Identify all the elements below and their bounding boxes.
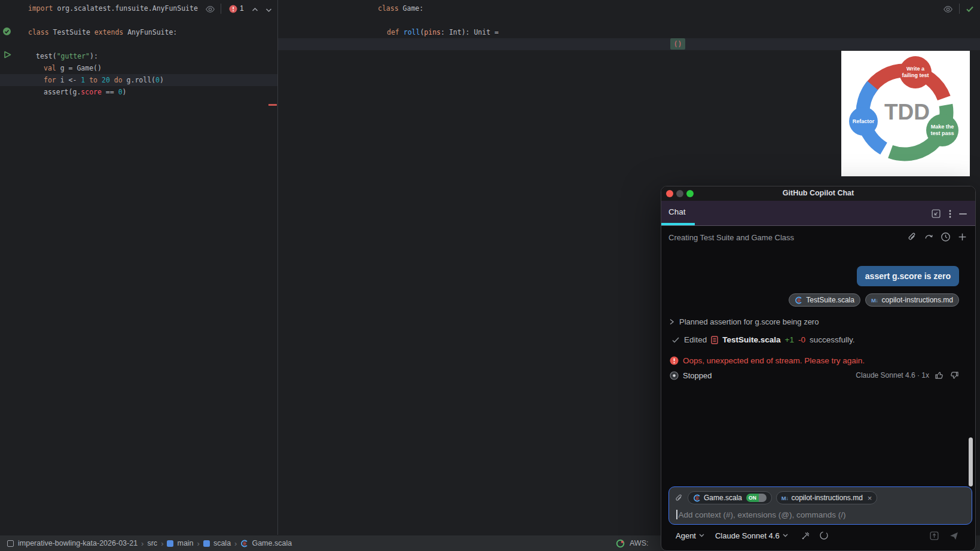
model-dropdown[interactable]: Claude Sonnet 4.6 [715,531,788,540]
active-tab-indicator [661,223,695,225]
history-icon[interactable] [941,232,951,242]
collapsed-plan-row[interactable]: Planned assertion for g.score being zero [669,317,819,326]
chevron-down-icon [699,534,704,537]
lines-removed: -0 [798,335,805,344]
scala-file-icon [795,296,802,304]
insert-icon[interactable] [929,531,939,541]
text-caret [676,510,677,519]
kebab-menu-icon[interactable] [949,209,951,219]
attach-icon[interactable] [907,232,917,242]
breadcrumb-project[interactable]: imperative-bowling-kata-2026-03-21 [18,539,138,547]
breadcrumb-file[interactable]: Game.scala [240,539,292,547]
code-line[interactable]: def roll(pins: Int): Unit = [387,26,499,38]
hide-panel-icon[interactable] [959,209,967,219]
editor-left-pane[interactable]: import org.scalatest.funsuite.AnyFunSuit… [0,0,277,535]
svg-text:Write a: Write a [906,66,925,72]
source-root-icon [167,540,173,547]
conversation-title: Creating Test Suite and Game Class [668,233,794,242]
inspections-ok-icon[interactable] [965,4,975,14]
selected-symbol-highlight[interactable]: () [670,38,685,50]
svg-text:test pass: test pass [930,130,954,136]
run-test-icon[interactable] [4,51,11,59]
chevron-down-icon [783,534,788,537]
response-status-row: Stopped Claude Sonnet 4.6 · 1x [670,371,959,380]
dock-window-icon[interactable] [931,209,941,219]
context-chip-testsuite[interactable]: TestSuite.scala [789,293,860,307]
test-passed-icon[interactable] [2,27,11,36]
context-on-toggle[interactable]: ON [746,494,767,502]
check-icon [671,336,680,344]
aws-status-label[interactable]: AWS: [630,539,648,547]
svg-text:Refactor: Refactor [853,118,875,124]
user-message-bubble: assert g.score is zero [857,266,959,286]
svg-text:Make the: Make the [931,124,954,130]
code-line[interactable]: for i <- 1 to 20 do g.roll(0) [44,74,164,86]
divider [959,4,960,14]
stopped-icon [670,371,679,380]
thumbs-down-icon[interactable] [950,371,959,380]
caret-line-highlight [278,38,980,50]
scala-file-icon [693,494,701,502]
context-chip-instructions[interactable]: M↓ copilot-instructions.md [865,293,959,307]
ide-screen: import org.scalatest.funsuite.AnyFunSuit… [0,0,980,551]
markdown-file-icon: M↓ [871,297,878,304]
window-title: GitHub Copilot Chat [661,189,975,197]
error-icon [670,356,679,365]
input-chip-instructions[interactable]: M↓ copilot-instructions.md × [776,491,878,504]
code-line[interactable]: val g = Game() [44,62,102,74]
agent-mode-dropdown[interactable]: Agent [676,531,704,540]
send-icon[interactable] [949,531,959,541]
scrollbar-thumb[interactable] [969,437,973,486]
status-label: Stopped [683,371,712,380]
tdd-diagram-image: Write a failing test Make the test pass … [841,51,970,176]
eye-icon[interactable] [205,4,215,14]
code-line[interactable]: test("gutter"): [36,50,98,62]
error-badge-icon[interactable] [229,5,237,13]
scala-file-icon [240,540,248,547]
chevron-up-icon[interactable] [251,6,259,14]
chat-tabbar: Chat [661,201,975,226]
edited-file-row: Edited TestSuite.scala +1 -0 successfull… [671,335,855,344]
chevron-down-icon[interactable] [265,6,273,14]
svg-text:failing test: failing test [902,72,929,78]
code-line[interactable]: import org.scalatest.funsuite.AnyFunSuit… [28,2,198,14]
edited-file-name[interactable]: TestSuite.scala [722,335,780,344]
modified-file-icon [711,336,718,344]
tab-chat[interactable]: Chat [668,207,686,216]
breadcrumb-main[interactable]: main [167,539,193,547]
plugin-icon[interactable] [616,539,625,548]
redo-icon[interactable] [924,232,934,242]
remove-chip-icon[interactable]: × [868,494,872,503]
usage-icon[interactable] [819,531,829,540]
chat-titlebar[interactable]: GitHub Copilot Chat [661,186,975,201]
code-line[interactable]: class Game: [378,2,423,14]
chevron-right-icon [669,319,674,325]
thumbs-up-icon[interactable] [935,371,944,380]
markdown-file-icon: M↓ [781,495,789,501]
breadcrumb-src[interactable]: src [147,539,157,547]
chat-input-box[interactable]: Game.scala ON M↓ copilot-instructions.md… [668,486,972,525]
input-chip-game-scala[interactable]: Game.scala ON [688,491,772,504]
message-input[interactable]: Add context (#), extensions (@), command… [676,510,846,519]
tdd-title: TDD [884,100,930,124]
tools-icon[interactable] [801,531,811,540]
stream-error-row: Oops, unexpected end of stream. Please t… [670,356,865,365]
code-line[interactable]: assert(g.score == 0) [44,86,127,98]
breadcrumb-scala[interactable]: scala [203,539,231,547]
lines-added: +1 [785,335,794,344]
eye-icon[interactable] [943,4,953,14]
code-line[interactable]: class TestSuite extends AnyFunSuite: [28,26,177,38]
divider [221,4,221,14]
error-stripe-marker[interactable] [268,104,277,106]
attach-icon[interactable] [674,494,683,503]
new-chat-icon[interactable] [957,232,967,242]
model-info: Claude Sonnet 4.6 · 1x [856,371,929,379]
error-count: 1 [240,4,244,13]
source-root-icon [203,540,210,547]
copilot-chat-window: GitHub Copilot Chat Chat Creating Test S… [661,186,976,551]
project-icon [7,540,14,547]
